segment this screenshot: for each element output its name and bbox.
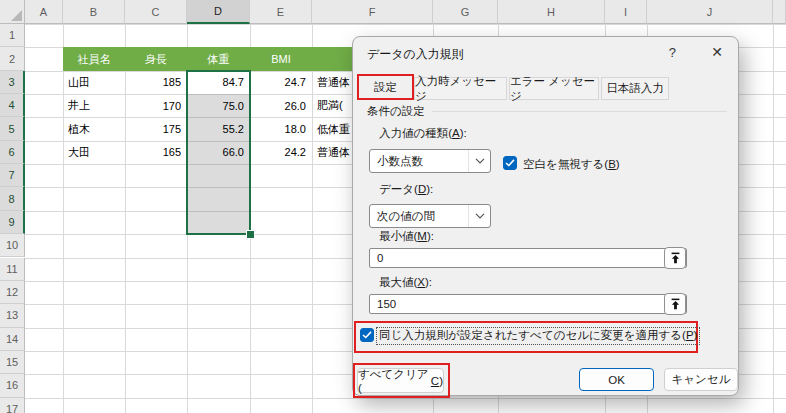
apply-all-label[interactable]: 同じ入力規則が設定されたすべてのセルに変更を適用する(P) (376, 327, 700, 345)
chevron-down-icon (468, 205, 490, 227)
collapse-dialog-icon (670, 252, 681, 264)
table-header-cell-D2[interactable]: 体重 (187, 47, 250, 70)
tab-input-message[interactable]: 入力時メッセージ (414, 77, 507, 100)
minimum-input[interactable]: 0 (369, 248, 687, 268)
allow-label: 入力値の種類(A): (379, 126, 467, 141)
selection-border (186, 70, 251, 235)
column-header-B[interactable]: B (63, 0, 125, 24)
row-header-1[interactable]: 1 (0, 24, 25, 47)
row-header-13[interactable]: 13 (0, 304, 25, 327)
tab-japanese-input[interactable]: 日本語入力 (601, 77, 669, 100)
data-label: データ(D): (379, 182, 433, 197)
cell-E3[interactable]: 24.7 (250, 71, 312, 94)
dialog-title[interactable]: データの入力規則 (367, 46, 464, 63)
ignore-blank-checkbox[interactable] (503, 156, 517, 170)
close-icon[interactable]: ✕ (711, 44, 723, 60)
gridline-horizontal (25, 24, 786, 25)
cell-B5[interactable]: 植木 (63, 117, 125, 140)
data-dropdown[interactable]: 次の値の間 (369, 204, 491, 228)
row-header-7[interactable]: 7 (0, 164, 25, 187)
group-label-conditions: 条件の設定 (367, 104, 425, 119)
check-icon (505, 159, 515, 167)
row-header-10[interactable]: 10 (0, 234, 25, 257)
ok-button[interactable]: OK (579, 368, 654, 391)
maximum-input[interactable]: 150 (369, 294, 687, 314)
data-dropdown-value: 次の値の間 (377, 209, 435, 224)
row-header-2[interactable]: 2 (0, 47, 25, 70)
cell-B3[interactable]: 山田 (63, 71, 125, 94)
tab-settings[interactable]: 設定 (357, 74, 414, 100)
apply-all-checkbox[interactable] (360, 328, 374, 342)
row-header-3[interactable]: 3 (0, 71, 25, 94)
cell-B4[interactable]: 井上 (63, 94, 125, 117)
row-header-5[interactable]: 5 (0, 117, 25, 140)
maximum-collapse-button[interactable] (664, 293, 686, 315)
cancel-button[interactable]: キャンセル (664, 368, 738, 391)
cell-E6[interactable]: 24.2 (250, 141, 312, 164)
row-header-15[interactable]: 15 (0, 351, 25, 374)
cell-C5[interactable]: 175 (125, 117, 187, 140)
gridline-vertical (773, 24, 774, 413)
group-divider (432, 111, 727, 112)
column-header-D[interactable]: D (187, 0, 250, 24)
selection-fill-handle[interactable] (246, 230, 255, 239)
check-icon (362, 331, 372, 339)
row-header-11[interactable]: 11 (0, 258, 25, 281)
tab-error-message[interactable]: エラー メッセージ (509, 77, 599, 100)
table-header-cell-E2[interactable]: BMI (250, 47, 312, 70)
cell-B6[interactable]: 大田 (63, 141, 125, 164)
table-header-cell-B2[interactable]: 社員名 (63, 47, 125, 70)
column-header-C[interactable]: C (125, 0, 187, 24)
row-header-17[interactable]: 17 (0, 398, 25, 413)
maximum-label: 最大値(X): (379, 275, 432, 290)
column-header-partial[interactable] (773, 0, 786, 24)
row-header-14[interactable]: 14 (0, 328, 25, 351)
minimum-collapse-button[interactable] (664, 247, 686, 269)
cell-C6[interactable]: 165 (125, 141, 187, 164)
minimum-label: 最小値(M): (379, 229, 434, 244)
table-header-cell-C2[interactable]: 身長 (125, 47, 187, 70)
row-header-12[interactable]: 12 (0, 281, 25, 304)
cell-E5[interactable]: 18.0 (250, 117, 312, 140)
cell-E4[interactable]: 26.0 (250, 94, 312, 117)
column-header-H[interactable]: H (498, 0, 605, 24)
column-header-E[interactable]: E (250, 0, 312, 24)
help-icon[interactable]: ? (669, 45, 676, 60)
column-header-I[interactable]: I (605, 0, 647, 24)
column-header-J[interactable]: J (647, 0, 773, 24)
data-validation-dialog: データの入力規則 ? ✕ 設定 入力時メッセージ エラー メッセージ 日本語入力… (352, 36, 739, 396)
column-header-A[interactable]: A (25, 0, 63, 24)
excel-window: ABCDEFGHIJ1234567891011121314151617社員名身長… (0, 0, 786, 413)
chevron-down-icon (468, 150, 490, 172)
row-header-4[interactable]: 4 (0, 94, 25, 117)
collapse-dialog-icon (670, 298, 681, 310)
allow-dropdown-value: 小数点数 (377, 154, 423, 169)
column-header-F[interactable]: F (312, 0, 433, 24)
clear-all-button[interactable]: すべてクリア(C) (357, 368, 444, 393)
cell-C4[interactable]: 170 (125, 94, 187, 117)
row-header-9[interactable]: 9 (0, 211, 25, 234)
gridline-horizontal (25, 398, 786, 399)
row-header-8[interactable]: 8 (0, 187, 25, 210)
column-header-G[interactable]: G (433, 0, 498, 24)
select-all-corner[interactable] (0, 0, 25, 24)
row-header-6[interactable]: 6 (0, 141, 25, 164)
cell-C3[interactable]: 185 (125, 71, 187, 94)
allow-dropdown[interactable]: 小数点数 (369, 149, 491, 173)
row-header-16[interactable]: 16 (0, 374, 25, 397)
ignore-blank-label[interactable]: 空白を無視する(B) (523, 157, 620, 172)
